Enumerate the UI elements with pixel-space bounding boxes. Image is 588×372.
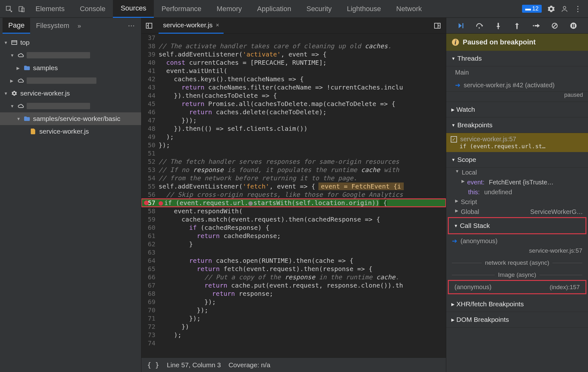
step-into-icon[interactable] [493, 20, 504, 31]
callstack-header[interactable]: ▼Call Stack [449, 218, 585, 233]
scope-global[interactable]: ▶Global ServiceWorkerG… [446, 207, 588, 217]
tab-lighthouse[interactable]: Lighthouse [339, 0, 389, 18]
toggle-debugger-icon[interactable] [433, 19, 446, 32]
breakpoint-checkbox[interactable]: ✓ [451, 136, 457, 143]
code-line[interactable]: 64 return caches.open(RUNTIME).then(cach… [141, 256, 446, 265]
close-tab-icon[interactable]: × [216, 22, 219, 29]
code-line[interactable]: 47 })); [141, 116, 446, 124]
scope-header[interactable]: ▼Scope [446, 152, 588, 168]
tree-file-sw[interactable]: service-worker.js [0, 125, 141, 138]
sources-editor: service-worker.js × 3738// The activate … [141, 18, 446, 372]
device-toggle-icon[interactable] [15, 3, 28, 15]
page-tab[interactable]: Page [3, 18, 30, 34]
scope-local[interactable]: ▼Local [446, 168, 588, 177]
resume-icon[interactable] [455, 20, 467, 31]
code-line[interactable]: 59 caches.match(event.request).then(cach… [141, 215, 446, 223]
svg-marker-17 [496, 26, 500, 28]
code-line[interactable]: 55self.addEventListener('fetch', event =… [141, 182, 446, 190]
code-line[interactable]: 50}); [141, 141, 446, 149]
breakpoints-header[interactable]: ▼Breakpoints [446, 117, 588, 133]
tab-application[interactable]: Application [250, 0, 299, 18]
code-line[interactable]: 60 if (cachedResponse) { [141, 223, 446, 232]
toggle-navigator-icon[interactable] [143, 19, 155, 32]
code-line[interactable]: 42 caches.keys().then(cacheNames => { [141, 75, 446, 83]
code-line[interactable]: 62 } [141, 240, 446, 248]
code-line[interactable]: 39self.addEventListener('activate', even… [141, 50, 446, 58]
thread-main[interactable]: Main [446, 66, 588, 79]
scope-event[interactable]: ▶ event: FetchEvent {isTruste… [446, 177, 588, 187]
code-line[interactable]: 45 return Promise.all(cachesToDelete.map… [141, 100, 446, 108]
watch-header[interactable]: ▶Watch [446, 102, 588, 117]
tree-cloud-1[interactable]: ▼ [0, 49, 141, 62]
tab-memory[interactable]: Memory [209, 0, 249, 18]
xhr-breakpoints-header[interactable]: ▶XHR/fetch Breakpoints [446, 296, 588, 312]
issues-badge[interactable]: ▬12 [522, 5, 542, 13]
code-line[interactable]: 67 return cache.put(event.request, respo… [141, 281, 446, 289]
more-tabs-icon[interactable]: » [78, 22, 81, 30]
code-line[interactable]: 48 }).then(() => self.clients.claim()) [141, 124, 446, 133]
tab-elements[interactable]: Elements [28, 0, 72, 18]
code-line[interactable]: 56 // Skip cross-origin requests, like t… [141, 190, 446, 199]
code-line[interactable]: 69 }); [141, 298, 446, 306]
code-line[interactable]: 68 return response; [141, 289, 446, 298]
code-line[interactable]: 74 [141, 339, 446, 347]
step-icon[interactable] [530, 20, 542, 31]
tab-security[interactable]: Security [299, 0, 339, 18]
tree-cloud-3[interactable]: ▼ [0, 100, 141, 112]
code-line[interactable]: 58 event.respondWith( [141, 207, 446, 215]
code-line[interactable]: 53// If no response is found, it populat… [141, 166, 446, 174]
tree-folder-basic[interactable]: ▼ samples/service-worker/basic [0, 112, 141, 125]
code-line[interactable]: 37 [141, 34, 446, 42]
navigator-menu-icon[interactable]: ⋯ [128, 22, 139, 30]
scope-this: this: undefined [446, 187, 588, 197]
step-out-icon[interactable] [511, 20, 523, 31]
step-over-icon[interactable] [474, 20, 485, 31]
svg-point-21 [516, 28, 518, 29]
thread-active[interactable]: ➔ service-worker.js #42 (activated) [446, 79, 588, 92]
tab-performance[interactable]: Performance [154, 0, 209, 18]
tab-sources[interactable]: Sources [113, 0, 154, 18]
coverage-info: Coverage: n/a [228, 361, 270, 369]
code-line[interactable]: 38// The activate handler takes care of … [141, 42, 446, 50]
code-line[interactable]: 65 return fetch(event.request).then(resp… [141, 265, 446, 273]
code-line[interactable]: 52// The fetch handler serves responses … [141, 157, 446, 166]
code-line[interactable]: 49 ); [141, 133, 446, 141]
pause-exceptions-icon[interactable] [568, 20, 579, 31]
filesystem-tab[interactable]: Filesystem [30, 18, 75, 34]
pretty-print-icon[interactable]: { } [147, 361, 159, 369]
tree-sw-top[interactable]: ▼ service-worker.js [0, 87, 141, 100]
code-line[interactable]: 70 }); [141, 306, 446, 314]
code-editor[interactable]: 3738// The activate handler takes care o… [141, 34, 446, 357]
inspect-element-icon[interactable] [3, 3, 15, 15]
code-line[interactable]: 51 [141, 149, 446, 157]
code-line[interactable]: 54// from the network before returning i… [141, 174, 446, 182]
callstack-frame-2[interactable]: (anonymous) (index):157 [449, 281, 585, 293]
code-line[interactable]: 57if (event.request.url.startsWith(self.… [141, 199, 446, 207]
code-line[interactable]: 63 [141, 248, 446, 256]
settings-icon[interactable] [547, 5, 555, 13]
more-menu-icon[interactable]: ⋮ [574, 4, 582, 13]
scope-script[interactable]: ▶Script [446, 197, 588, 207]
code-line[interactable]: 61 return cachedResponse; [141, 232, 446, 240]
file-tab[interactable]: service-worker.js × [159, 18, 224, 34]
breakpoint-item[interactable]: ✓ service-worker.js:57 if (event.request… [446, 133, 588, 152]
deactivate-breakpoints-icon[interactable] [549, 20, 560, 31]
account-icon[interactable] [561, 5, 568, 13]
tree-top[interactable]: ▼ top [0, 36, 141, 49]
tree-cloud-2[interactable]: ▶ [0, 74, 141, 87]
code-line[interactable]: 40 const currentCaches = [PRECACHE, RUNT… [141, 58, 446, 67]
tab-console[interactable]: Console [72, 0, 113, 18]
code-line[interactable]: 41 event.waitUntil( [141, 67, 446, 75]
code-line[interactable]: 73 ); [141, 331, 446, 339]
callstack-frame-1[interactable]: ➔ (anonymous) [446, 235, 588, 247]
tree-samples[interactable]: ▶ samples [0, 62, 141, 74]
threads-header[interactable]: ▼Threads [446, 51, 588, 66]
code-line[interactable]: 71 }); [141, 314, 446, 322]
code-line[interactable]: 72 }) [141, 322, 446, 331]
code-line[interactable]: 44 }).then(cachesToDelete => { [141, 91, 446, 100]
code-line[interactable]: 66 // Put a copy of the response in the … [141, 273, 446, 281]
tab-network[interactable]: Network [389, 0, 429, 18]
code-line[interactable]: 43 return cacheNames.filter(cacheName =>… [141, 83, 446, 91]
dom-breakpoints-header[interactable]: ▶DOM Breakpoints [446, 312, 588, 328]
code-line[interactable]: 46 return caches.delete(cacheToDelete); [141, 108, 446, 116]
